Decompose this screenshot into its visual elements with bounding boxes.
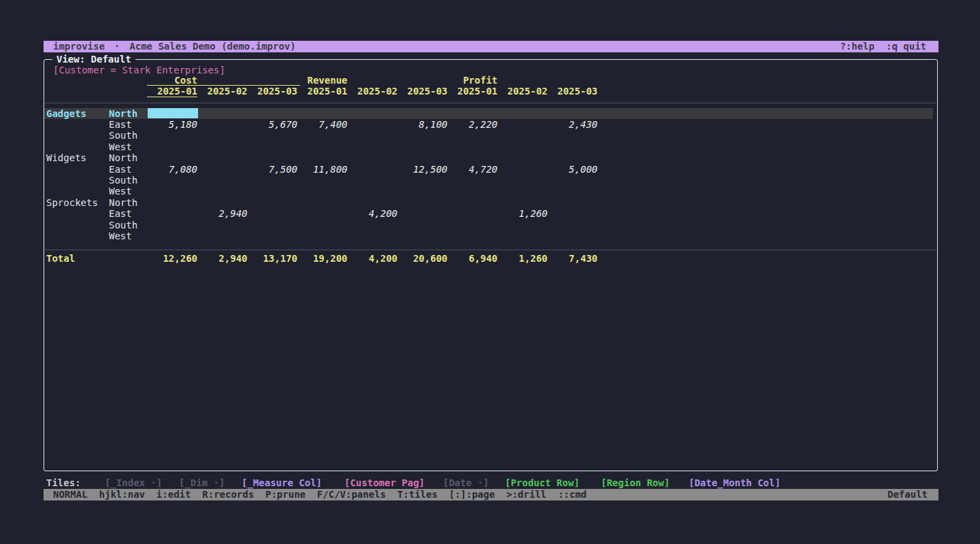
view-title: View: Default [52,54,135,65]
total-cell: 6,940 [448,253,497,264]
status-bar: NORMALhjkl:nav i:edit R:records P:prune … [44,489,938,500]
pivot-cell[interactable]: 5,000 [549,164,598,175]
tile-date[interactable]: [Date ·] [443,477,489,489]
tiles-bar-label: Tiles: [46,477,81,489]
region-row-label: West [109,231,147,241]
pivot-row: South [44,175,938,186]
pivot-row: East2,9404,2001,260 [44,208,938,219]
terminal-screen: improvise·Acme Sales Demo (demo.improv) … [0,0,980,544]
month-column-header: 2025-01 [450,86,497,97]
pivot-row: West [44,186,938,197]
region-row-label: South [109,220,147,231]
header-separator [45,103,936,103]
pivot-cell[interactable]: 7,400 [299,119,348,130]
total-row: Total12,2602,94013,17019,2004,20020,6006… [44,253,938,264]
region-row-label: East [109,119,147,130]
region-row-label: West [109,141,147,152]
region-row-label: West [109,186,147,197]
region-row-label: South [109,130,147,141]
product-row-label: Gadgets [46,108,106,119]
product-row-label: Widgets [46,152,106,163]
month-column-header: 2025-02 [200,86,248,97]
month-column-header: 2025-03 [250,86,297,97]
mode-indicator: NORMAL [53,489,88,500]
total-cell: 13,170 [248,253,297,264]
pivot-cell[interactable]: 12,500 [399,164,448,175]
pivot-cell[interactable]: 4,200 [348,208,397,219]
region-row-label: North [109,152,147,163]
pivot-cell[interactable]: 1,260 [499,208,548,219]
region-row-label: North [109,108,147,119]
month-column-header: 2025-01 [300,86,348,97]
selected-cell-cursor[interactable] [148,108,198,118]
measure-group-header: Profit [423,75,497,86]
pivot-row: South [44,220,938,231]
month-column-header: 2025-03 [400,86,448,97]
pivot-row: WidgetsNorth [44,152,938,163]
pivot-cell[interactable]: 11,800 [299,164,348,175]
document-title: Acme Sales Demo (demo.improv) [129,41,295,52]
region-row-label: South [109,175,147,186]
tile-region-row[interactable]: [Region Row] [601,477,670,489]
total-cell: 4,200 [348,253,397,264]
app-name: improvise [53,41,105,52]
pivot-cell[interactable]: 2,940 [199,208,248,219]
quit-hint: :q quit [886,41,926,52]
tile-index[interactable]: [_Index ·] [105,477,162,489]
filter-indicator: [Customer = Stark Enterprises] [53,65,225,75]
region-row-label: North [109,197,147,208]
total-cell: 1,260 [499,253,548,264]
pivot-cell[interactable]: 4,720 [448,164,497,175]
region-row-label: East [109,164,147,175]
tile-measure-col[interactable]: [_Measure Col] [242,477,322,489]
status-bar-left: NORMALhjkl:nav i:edit R:records P:prune … [53,489,587,500]
keybinding-hints: hjkl:nav i:edit R:records P:prune F/C/V:… [99,489,587,500]
pivot-cell[interactable]: 5,180 [148,119,197,130]
total-cell: 19,200 [299,253,348,264]
pivot-row: East7,0807,50011,80012,5004,7205,000 [44,164,938,175]
pivot-row: West [44,231,938,241]
month-column-header: 2025-02 [500,86,548,97]
pivot-row: South [44,130,938,141]
tile-dim[interactable]: [_Dim ·] [179,477,225,489]
total-cell: 20,600 [399,253,448,264]
tiles-bar: Tiles: [_Index ·][_Dim ·][_Measure Col][… [0,477,980,489]
pivot-cell[interactable]: 7,080 [148,164,197,175]
tile-customer-pag[interactable]: [Customer Pag] [344,477,425,489]
status-view-name: Default [887,489,928,500]
month-column-header: 2025-02 [350,86,397,97]
title-bar-left: improvise·Acme Sales Demo (demo.improv) [53,41,296,52]
tile-product-row[interactable]: [Product Row] [505,477,580,489]
title-separator-icon: · [114,41,120,52]
total-separator [45,250,936,250]
pivot-row: SprocketsNorth [44,197,938,208]
pivot-cell[interactable]: 2,220 [448,119,497,130]
month-column-header: 2025-01 [150,86,197,97]
pivot-row: East5,1805,6707,4008,1002,2202,430 [44,119,938,130]
product-row-label: Sprockets [46,197,106,208]
pivot-row: GadgetsNorth [44,108,938,119]
region-row-label: East [109,208,147,219]
pivot-cell[interactable]: 8,100 [399,119,448,130]
pivot-cell[interactable]: 7,500 [248,164,297,175]
selected-column-underline [147,97,197,98]
title-bar: improvise·Acme Sales Demo (demo.improv) … [44,41,938,52]
tile-date-month-col[interactable]: [Date_Month Col] [689,477,781,489]
month-header-row: 2025-012025-022025-032025-012025-022025-… [44,86,938,97]
total-cell: 7,430 [549,253,598,264]
month-column-header: 2025-03 [550,86,598,97]
total-cell: 2,940 [199,253,248,264]
title-bar-right: ?:help:q quit [840,41,926,52]
total-label: Total [46,253,106,264]
pivot-cell[interactable]: 2,430 [549,119,598,130]
help-hint: ?:help [840,41,875,52]
pivot-row: West [44,141,938,152]
pivot-cell[interactable]: 5,670 [248,119,297,130]
total-cell: 12,260 [148,253,197,264]
